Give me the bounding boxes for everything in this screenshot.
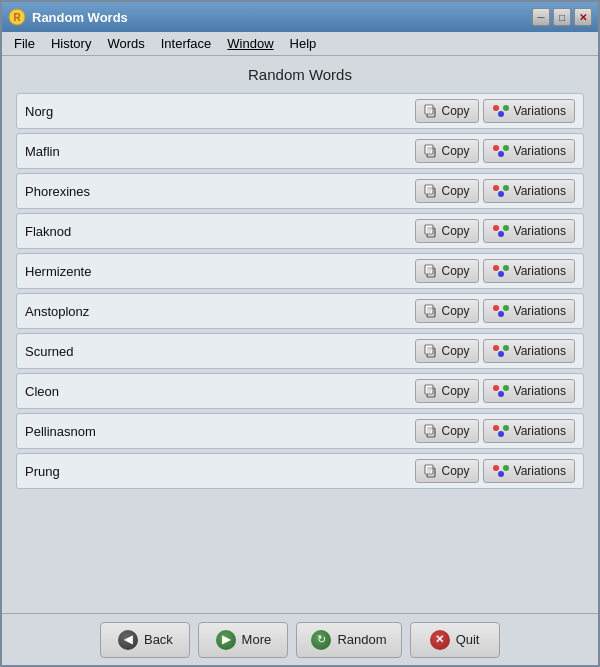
svg-point-81 [503,465,509,471]
variations-button[interactable]: Variations [483,379,575,403]
variations-button[interactable]: Variations [483,139,575,163]
svg-point-9 [503,105,509,111]
variations-label: Variations [514,424,566,438]
variations-label: Variations [514,224,566,238]
variations-icon [492,304,510,318]
word-text: Norg [25,104,415,119]
svg-point-72 [498,431,504,437]
variations-icon [492,144,510,158]
copy-button[interactable]: Copy [415,379,479,403]
svg-point-64 [498,391,504,397]
copy-button[interactable]: Copy [415,139,479,163]
variations-button[interactable]: Variations [483,219,575,243]
maximize-button[interactable]: □ [553,8,571,26]
more-button[interactable]: ▶ More [198,622,288,658]
svg-rect-3 [425,105,433,114]
svg-point-79 [493,465,499,471]
variations-icon [492,344,510,358]
copy-label: Copy [442,264,470,278]
variations-button[interactable]: Variations [483,299,575,323]
variations-label: Variations [514,104,566,118]
variations-icon [492,384,510,398]
copy-label: Copy [442,464,470,478]
variations-label: Variations [514,184,566,198]
variations-button[interactable]: Variations [483,99,575,123]
copy-icon [424,224,438,238]
svg-point-23 [493,185,499,191]
variations-label: Variations [514,464,566,478]
menu-file[interactable]: File [6,33,43,54]
variations-icon [492,104,510,118]
copy-label: Copy [442,104,470,118]
word-text: Anstoplonz [25,304,415,319]
svg-rect-59 [425,385,433,394]
menu-history[interactable]: History [43,33,99,54]
svg-rect-51 [425,345,433,354]
copy-button[interactable]: Copy [415,179,479,203]
svg-point-63 [493,385,499,391]
variations-icon [492,464,510,478]
word-row: Pellinasnom Copy Variations [16,413,584,449]
word-text: Pellinasnom [25,424,415,439]
bottom-bar: ◀ Back ▶ More ↻ Random ✕ Quit [2,613,598,665]
copy-button[interactable]: Copy [415,99,479,123]
svg-point-80 [498,471,504,477]
svg-point-16 [498,151,504,157]
svg-point-56 [498,351,504,357]
window-controls: ─ □ ✕ [532,8,592,26]
quit-icon: ✕ [430,630,450,650]
random-button[interactable]: ↻ Random [296,622,401,658]
copy-icon [424,104,438,118]
variations-button[interactable]: Variations [483,459,575,483]
close-button[interactable]: ✕ [574,8,592,26]
variations-button[interactable]: Variations [483,419,575,443]
variations-button[interactable]: Variations [483,259,575,283]
svg-point-25 [503,185,509,191]
menu-help[interactable]: Help [282,33,325,54]
quit-button[interactable]: ✕ Quit [410,622,500,658]
copy-button[interactable]: Copy [415,259,479,283]
back-button[interactable]: ◀ Back [100,622,190,658]
word-text: Scurned [25,344,415,359]
copy-icon [424,304,438,318]
copy-button[interactable]: Copy [415,419,479,443]
svg-point-8 [498,111,504,117]
menu-words[interactable]: Words [99,33,152,54]
minimize-button[interactable]: ─ [532,8,550,26]
variations-button[interactable]: Variations [483,179,575,203]
variations-button[interactable]: Variations [483,339,575,363]
menu-interface[interactable]: Interface [153,33,220,54]
random-icon: ↻ [311,630,331,650]
copy-icon [424,184,438,198]
copy-icon [424,384,438,398]
window-title: Random Words [32,10,526,25]
variations-label: Variations [514,144,566,158]
word-row: Flaknod Copy Variations [16,213,584,249]
copy-button[interactable]: Copy [415,299,479,323]
word-text: Phorexines [25,184,415,199]
word-row: Scurned Copy Variations [16,333,584,369]
menu-window[interactable]: Window [219,33,281,54]
svg-text:R: R [13,12,21,23]
more-icon: ▶ [216,630,236,650]
copy-label: Copy [442,144,470,158]
word-row: Hermizente Copy Variations [16,253,584,289]
variations-label: Variations [514,304,566,318]
copy-label: Copy [442,184,470,198]
svg-point-40 [498,271,504,277]
svg-rect-43 [425,305,433,314]
menu-bar: File History Words Interface Window Help [2,32,598,56]
copy-label: Copy [442,304,470,318]
svg-point-48 [498,311,504,317]
copy-label: Copy [442,384,470,398]
copy-button[interactable]: Copy [415,339,479,363]
copy-button[interactable]: Copy [415,459,479,483]
main-window: R Random Words ─ □ ✕ File History Words … [0,0,600,667]
svg-point-55 [493,345,499,351]
copy-button[interactable]: Copy [415,219,479,243]
copy-label: Copy [442,344,470,358]
title-bar: R Random Words ─ □ ✕ [2,2,598,32]
svg-rect-11 [425,145,433,154]
word-text: Prung [25,464,415,479]
svg-point-15 [493,145,499,151]
